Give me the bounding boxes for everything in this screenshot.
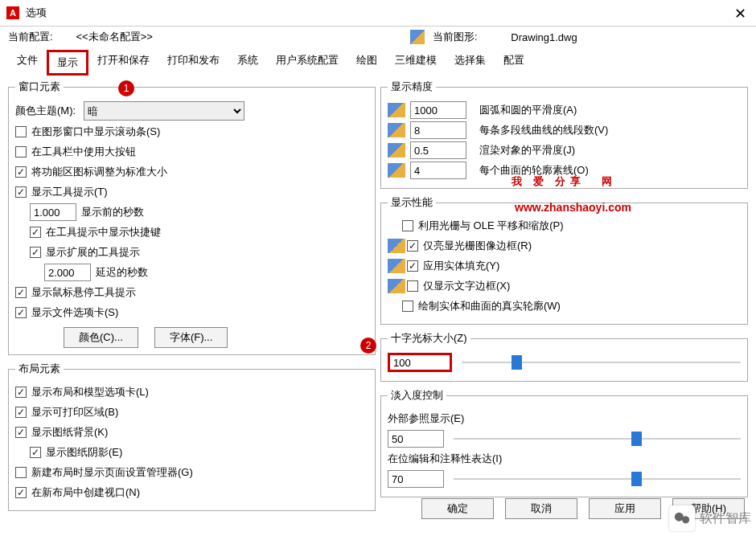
close-button[interactable]: ✕ bbox=[734, 5, 746, 23]
lbl-ext-tooltip: 显示扩展的工具提示 bbox=[46, 245, 140, 260]
group-window-elements-legend: 窗口元素 bbox=[15, 80, 64, 94]
lbl-big-buttons: 在工具栏中使用大按钮 bbox=[31, 145, 136, 159]
chk-pan-zoom[interactable] bbox=[402, 220, 413, 231]
lbl-true-silhouette: 绘制实体和曲面的真实轮廓(W) bbox=[418, 299, 561, 313]
input-render-smooth[interactable]: 0.5 bbox=[410, 141, 466, 159]
apply-button[interactable]: 应用 bbox=[589, 498, 661, 519]
lbl-delay-sec: 延迟的秒数 bbox=[96, 265, 148, 280]
chk-hover-tooltip[interactable] bbox=[15, 287, 27, 298]
tab-system[interactable]: 系统 bbox=[228, 49, 267, 75]
colors-button[interactable]: 颜色(C)... bbox=[64, 327, 138, 348]
slider-crosshair[interactable] bbox=[462, 354, 741, 370]
chk-file-tabs[interactable] bbox=[15, 307, 27, 318]
group-display-performance: 显示性能 利用光栅与 OLE 平移和缩放(P) 仅亮显光栅图像边框(R) 应用实… bbox=[380, 195, 748, 325]
lbl-paper-bg: 显示图纸背景(K) bbox=[31, 425, 108, 440]
lbl-text-frame: 仅显示文字边框(X) bbox=[423, 279, 510, 293]
chk-create-viewport[interactable] bbox=[15, 487, 27, 498]
input-crosshair-size[interactable]: 100 bbox=[388, 353, 452, 372]
corner-logo-icon bbox=[669, 505, 695, 531]
header-info: 当前配置: <<未命名配置>> 当前图形: Drawing1.dwg bbox=[0, 27, 756, 47]
lbl-page-setup: 新建布局时显示页面设置管理器(G) bbox=[31, 465, 193, 480]
lbl-arc-smooth: 圆弧和圆的平滑度(A) bbox=[479, 103, 577, 117]
tab-drafting[interactable]: 绘图 bbox=[347, 49, 386, 75]
chk-layout-tabs[interactable] bbox=[15, 387, 27, 398]
lbl-file-tabs: 显示文件选项卡(S) bbox=[31, 305, 118, 320]
chk-highlight-frame[interactable] bbox=[407, 240, 418, 252]
annotation-badge-2: 2 bbox=[360, 338, 376, 354]
profile-value: <<未命名配置>> bbox=[76, 31, 153, 43]
tab-display[interactable]: 显示 bbox=[47, 50, 88, 76]
group-window-elements: 窗口元素 颜色主题(M): 暗 在图形窗口中显示滚动条(S) 在工具栏中使用大按… bbox=[8, 80, 376, 355]
watermark-url: www.zhanshaoyi.com bbox=[515, 201, 631, 214]
drawing-var-icon bbox=[388, 259, 405, 273]
drawing-label: 当前图形: bbox=[433, 30, 478, 44]
lbl-layout-tabs: 显示布局和模型选项卡(L) bbox=[31, 385, 149, 399]
app-icon: A bbox=[6, 6, 19, 19]
lbl-resize-ribbon: 将功能区图标调整为标准大小 bbox=[31, 165, 167, 179]
input-xref-fade[interactable]: 50 bbox=[388, 430, 444, 448]
drawing-var-icon bbox=[388, 239, 405, 253]
tab-selection[interactable]: 选择集 bbox=[446, 49, 495, 75]
tab-opensave[interactable]: 打开和保存 bbox=[88, 49, 158, 75]
input-contour[interactable]: 4 bbox=[410, 162, 466, 179]
drawing-value: Drawing1.dwg bbox=[511, 31, 577, 43]
group-crosshair-legend: 十字光标大小(Z) bbox=[388, 331, 470, 346]
chk-true-silhouette[interactable] bbox=[402, 301, 413, 312]
input-delay-sec[interactable]: 2.000 bbox=[44, 264, 91, 281]
lbl-xref-fade: 外部参照显示(E) bbox=[388, 411, 464, 426]
svg-point-1 bbox=[682, 516, 689, 523]
drawing-var-icon bbox=[388, 143, 405, 158]
group-layout-elements-legend: 布局元素 bbox=[15, 362, 64, 376]
group-display-performance-legend: 显示性能 bbox=[388, 195, 436, 210]
chk-big-buttons[interactable] bbox=[15, 146, 27, 158]
lbl-create-viewport: 在新布局中创建视口(N) bbox=[31, 485, 140, 500]
tab-3dmodel[interactable]: 三维建模 bbox=[386, 49, 446, 75]
ok-button[interactable]: 确定 bbox=[421, 498, 494, 519]
lbl-highlight-frame: 仅亮显光栅图像边框(R) bbox=[423, 239, 532, 253]
lbl-seconds-before: 显示前的秒数 bbox=[81, 205, 144, 219]
lbl-pan-zoom: 利用光栅与 OLE 平移和缩放(P) bbox=[418, 219, 564, 233]
group-fade-control: 淡入度控制 外部参照显示(E) 50 在位编辑和注释性表达(I) 70 bbox=[380, 388, 748, 497]
tabstrip: 文件 显示 打开和保存 打印和发布 系统 用户系统配置 绘图 三维建模 选择集 … bbox=[0, 49, 756, 75]
input-seconds-before[interactable]: 1.000 bbox=[30, 203, 76, 221]
chk-solid-fill[interactable] bbox=[407, 260, 418, 272]
drawing-var-icon bbox=[388, 103, 405, 117]
group-fade-control-legend: 淡入度控制 bbox=[388, 388, 446, 403]
tab-panel-display: 窗口元素 颜色主题(M): 暗 在图形窗口中显示滚动条(S) 在工具栏中使用大按… bbox=[0, 75, 756, 526]
tab-plot[interactable]: 打印和发布 bbox=[158, 49, 228, 75]
corner-watermark: 软件智库 bbox=[669, 505, 751, 531]
chk-resize-ribbon[interactable] bbox=[15, 166, 27, 178]
input-poly-seg[interactable]: 8 bbox=[410, 121, 466, 139]
tab-file[interactable]: 文件 bbox=[8, 49, 47, 75]
lbl-poly-seg: 每条多段线曲线的线段数(V) bbox=[479, 123, 608, 137]
corner-watermark-text: 软件智库 bbox=[700, 510, 751, 527]
input-inplace-fade[interactable]: 70 bbox=[388, 470, 444, 488]
theme-select[interactable]: 暗 bbox=[84, 101, 244, 121]
lbl-render-smooth: 渲染对象的平滑度(J) bbox=[479, 143, 575, 158]
chk-shortcut-tooltip[interactable] bbox=[30, 227, 41, 238]
chk-ext-tooltip[interactable] bbox=[30, 247, 41, 258]
lbl-hover-tooltip: 显示鼠标悬停工具提示 bbox=[31, 285, 136, 300]
lbl-inplace-fade: 在位编辑和注释性表达(I) bbox=[388, 452, 502, 466]
drawing-var-icon bbox=[388, 279, 405, 293]
fonts-button[interactable]: 字体(F)... bbox=[154, 327, 228, 348]
annotation-badge-1: 1 bbox=[118, 80, 134, 96]
group-display-resolution-legend: 显示精度 bbox=[388, 80, 436, 94]
slider-xref-fade[interactable] bbox=[454, 431, 741, 447]
tab-profiles[interactable]: 配置 bbox=[495, 49, 533, 75]
lbl-solid-fill: 应用实体填充(Y) bbox=[423, 259, 499, 273]
chk-text-frame[interactable] bbox=[407, 280, 418, 292]
cancel-button[interactable]: 取消 bbox=[505, 498, 577, 519]
tab-userpref[interactable]: 用户系统配置 bbox=[267, 49, 347, 75]
chk-page-setup[interactable] bbox=[15, 467, 27, 478]
slider-inplace-fade[interactable] bbox=[454, 471, 741, 487]
chk-paper-shadow[interactable] bbox=[30, 447, 41, 458]
chk-scrollbars[interactable] bbox=[15, 126, 27, 137]
chk-print-area[interactable] bbox=[15, 407, 27, 418]
group-layout-elements: 布局元素 显示布局和模型选项卡(L) 显示可打印区域(B) 显示图纸背景(K) … bbox=[8, 362, 376, 511]
lbl-print-area: 显示可打印区域(B) bbox=[31, 405, 118, 419]
lbl-show-tooltip: 显示工具提示(T) bbox=[31, 185, 108, 199]
input-arc-smooth[interactable]: 1000 bbox=[410, 101, 466, 119]
chk-paper-bg[interactable] bbox=[15, 427, 27, 438]
chk-show-tooltip[interactable] bbox=[15, 186, 27, 198]
